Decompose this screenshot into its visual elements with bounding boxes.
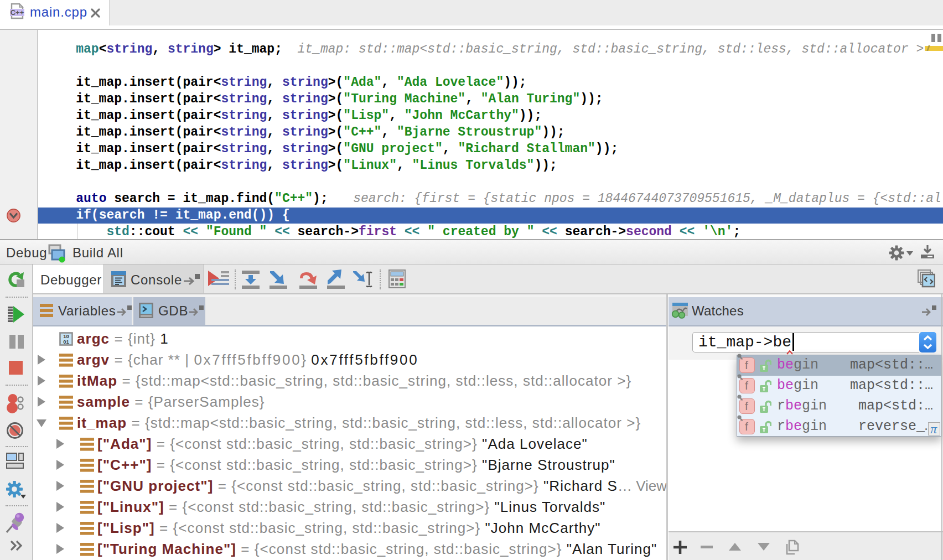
svg-text:C++: C++ <box>11 8 24 17</box>
svg-text:01: 01 <box>63 339 69 345</box>
